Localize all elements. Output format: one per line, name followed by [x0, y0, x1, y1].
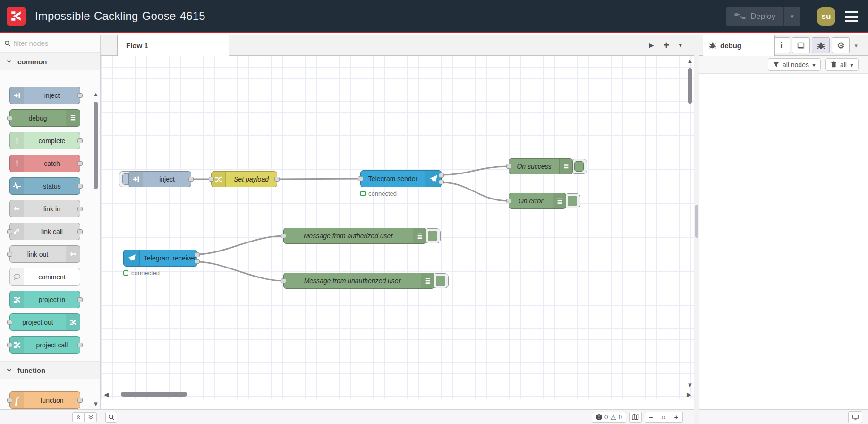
palette-node-debug[interactable]: debug — [9, 109, 80, 127]
input-port — [7, 229, 12, 234]
flow-canvas[interactable]: inject Set payload Telegram sender conne… — [101, 56, 694, 399]
input-port[interactable] — [281, 234, 286, 238]
canvas-search-button[interactable] — [105, 412, 117, 423]
input-port — [7, 320, 12, 325]
flow-tab[interactable]: Flow 1 — [117, 35, 229, 56]
input-port — [7, 116, 12, 121]
input-port[interactable] — [506, 164, 511, 169]
zoom-in-button[interactable]: + — [670, 412, 683, 423]
gear-icon: ⚙ — [837, 40, 845, 51]
expand-categories-button[interactable] — [85, 412, 97, 422]
palette-scrollbar-thumb[interactable] — [94, 102, 98, 189]
palette-node-function[interactable]: f function — [9, 391, 80, 409]
output-port[interactable] — [274, 177, 280, 182]
sidebar-tab-config-button[interactable]: ⚙ — [832, 37, 850, 53]
input-port[interactable] — [281, 278, 286, 283]
open-debug-window-button[interactable] — [848, 411, 862, 423]
zoom-reset-button[interactable]: ○ — [657, 412, 670, 423]
debug-toggle-msg-auth[interactable] — [425, 228, 441, 243]
debug-clear-button[interactable]: all ▾ — [825, 58, 859, 71]
canvas-vertical-scrollbar[interactable]: ▲ ▼ — [687, 58, 693, 388]
sidebar-tab-info-button[interactable]: i — [772, 37, 790, 53]
palette-node-complete[interactable]: complete — [9, 132, 80, 149]
debug-filter-button[interactable]: all nodes ▾ — [768, 58, 821, 71]
input-port[interactable] — [209, 177, 214, 182]
scroll-down-icon[interactable]: ▼ — [687, 382, 693, 388]
palette-node-status[interactable]: status — [9, 177, 80, 195]
palette-category-common[interactable]: common — [0, 52, 100, 70]
debug-toggle-on-error[interactable] — [564, 193, 580, 208]
zoom-out-button[interactable]: − — [645, 412, 657, 423]
add-flow-button[interactable]: + — [664, 41, 670, 50]
palette-search-input[interactable] — [14, 39, 89, 47]
palette-node-link-in[interactable]: link in — [9, 200, 80, 217]
palette-footer — [0, 409, 101, 424]
sidebar-tab-help-button[interactable] — [792, 37, 810, 53]
palette-node-link-out[interactable]: link out — [9, 245, 80, 263]
palette-search[interactable] — [0, 35, 100, 52]
output-port — [77, 161, 83, 166]
input-port[interactable] — [358, 176, 363, 181]
debug-message-list[interactable] — [699, 74, 868, 409]
palette-node-link-call[interactable]: link call — [9, 223, 80, 240]
flow-node-set-payload[interactable]: Set payload — [211, 171, 277, 187]
flow-node-inject[interactable]: inject — [128, 171, 191, 187]
canvas-horizontal-scrollbar[interactable]: ◀ ▶ — [103, 391, 692, 398]
scroll-up-icon[interactable]: ▲ — [687, 58, 693, 64]
output-port — [77, 343, 83, 347]
notice-counts[interactable]: ! 0 ⚠ 0 — [592, 412, 626, 423]
plus-icon: + — [674, 413, 679, 421]
splitter-handle[interactable] — [695, 205, 698, 238]
debug-toggle-on-success[interactable] — [571, 159, 587, 174]
user-avatar[interactable]: su — [817, 7, 835, 26]
palette-scrollbar[interactable]: ▲ ▼ — [93, 91, 99, 407]
flow-node-on-success[interactable]: On success — [509, 158, 573, 174]
scroll-up-icon[interactable]: ▲ — [93, 91, 99, 97]
output-port — [77, 229, 83, 234]
sidebar-tab-debug-button[interactable] — [812, 37, 830, 53]
flow-node-on-error[interactable]: On error — [509, 193, 566, 209]
palette-node-project-call[interactable]: project call — [9, 336, 80, 354]
flow-node-telegram-sender[interactable]: Telegram sender — [360, 170, 442, 187]
debug-toggle-msg-unauth[interactable] — [433, 273, 449, 288]
zoom-controls: − ○ + — [645, 412, 683, 423]
sender-status: connected — [360, 190, 397, 197]
menu-bar — [845, 20, 858, 22]
deploy-button[interactable]: Deploy ▾ — [726, 7, 800, 26]
tab-scroll-right-icon[interactable]: ▶ — [649, 42, 654, 49]
output-port[interactable] — [188, 177, 194, 182]
palette-node-comment[interactable]: comment — [9, 268, 80, 286]
sidebar-tab-debug[interactable]: debug — [703, 35, 775, 56]
output-port-2[interactable] — [195, 259, 200, 264]
palette-node-project-out[interactable]: project out — [9, 313, 80, 331]
input-port — [7, 343, 12, 347]
debug-list-icon — [559, 159, 572, 174]
input-port[interactable] — [506, 199, 511, 203]
output-port-1[interactable] — [439, 173, 444, 178]
palette-category-function[interactable]: function — [0, 361, 100, 379]
canvas-vscroll-thumb[interactable] — [688, 68, 692, 104]
scroll-left-icon[interactable]: ◀ — [103, 391, 110, 398]
palette-node-project-in[interactable]: project in — [9, 291, 80, 308]
node-palette: common inject debug complete catch statu… — [0, 35, 101, 424]
sidebar-splitter[interactable] — [694, 35, 699, 424]
collapse-categories-button[interactable] — [72, 412, 85, 422]
flow-node-msg-unauthorized[interactable]: Message from unautherized user — [283, 273, 434, 289]
palette-node-inject[interactable]: inject — [9, 87, 80, 104]
flow-node-msg-authorized[interactable]: Message from autherized user — [283, 228, 426, 244]
navigator-button[interactable] — [629, 412, 642, 423]
palette-node-catch[interactable]: catch — [9, 155, 80, 172]
caret-down-icon: ▾ — [791, 13, 794, 20]
flow-node-telegram-receiver[interactable]: Telegram receiver — [123, 250, 197, 267]
sidebar-more-caret-icon[interactable]: ▾ — [854, 42, 858, 49]
scroll-down-icon[interactable]: ▼ — [93, 401, 99, 407]
output-port-1[interactable] — [195, 252, 200, 257]
deploy-options-button[interactable]: ▾ — [783, 7, 800, 26]
canvas-hscroll-thumb[interactable] — [121, 392, 187, 397]
output-port-2[interactable] — [439, 180, 444, 184]
bug-icon — [709, 42, 716, 49]
flow-list-caret-icon[interactable]: ▾ — [679, 42, 682, 49]
search-icon — [108, 414, 115, 421]
scroll-right-icon[interactable]: ▶ — [686, 391, 692, 398]
main-menu-button[interactable] — [845, 11, 858, 22]
